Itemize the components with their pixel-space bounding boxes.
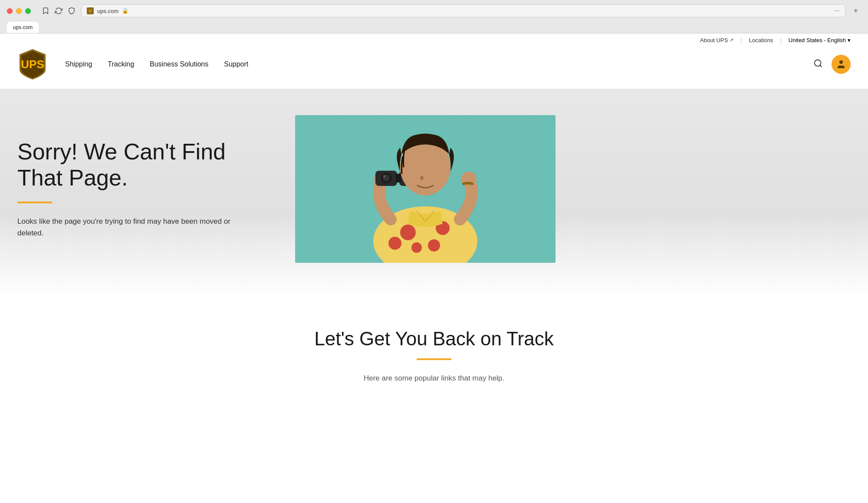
lock-icon: 🔒 (122, 8, 128, 14)
hero-text: Sorry! We Can't Find That Page. Looks li… (17, 139, 269, 239)
about-ups-link[interactable]: About UPS ↗ (700, 37, 733, 43)
svg-text:UPS: UPS (21, 58, 44, 71)
traffic-light-close[interactable] (7, 8, 13, 14)
more-options-icon[interactable]: ··· (834, 7, 840, 15)
bottom-divider (417, 358, 451, 360)
refresh-icon[interactable] (54, 7, 63, 15)
svg-point-6 (400, 225, 416, 240)
url-text: ups.com (97, 8, 118, 14)
nav-links: Shipping Tracking Business Solutions Sup… (65, 60, 796, 68)
site-favicon: U (87, 7, 94, 14)
traffic-light-maximize[interactable] (25, 8, 31, 14)
hero-section: Sorry! We Can't Find That Page. Looks li… (0, 89, 868, 298)
search-button[interactable] (813, 59, 823, 70)
svg-point-9 (411, 242, 422, 253)
language-selector[interactable]: United States - English ▾ (789, 37, 851, 43)
active-tab[interactable]: ups.com (7, 22, 39, 33)
shield-icon[interactable] (67, 7, 76, 15)
ups-logo[interactable]: UPS (17, 47, 48, 82)
svg-point-10 (388, 237, 401, 250)
traffic-light-minimize[interactable] (16, 8, 22, 14)
about-ups-label: About UPS (700, 37, 728, 43)
svg-point-1 (815, 60, 821, 66)
svg-point-3 (839, 60, 843, 64)
new-tab-button[interactable]: + (851, 6, 861, 16)
separator-2: | (780, 37, 781, 43)
svg-line-2 (820, 65, 822, 67)
separator-1: | (740, 37, 742, 43)
svg-point-23 (420, 176, 424, 180)
nav-actions (813, 55, 851, 74)
utility-bar: About UPS ↗ | Locations | United States … (0, 33, 868, 47)
user-avatar[interactable] (832, 55, 851, 74)
chevron-down-icon: ▾ (848, 37, 851, 43)
nav-shipping[interactable]: Shipping (65, 60, 92, 68)
svg-point-20 (383, 175, 386, 178)
hero-divider (17, 202, 52, 203)
svg-rect-15 (396, 174, 401, 182)
hero-image (295, 115, 556, 263)
website-content: About UPS ↗ | Locations | United States … (0, 33, 868, 468)
nav-business-solutions[interactable]: Business Solutions (150, 60, 208, 68)
hero-title: Sorry! We Can't Find That Page. (17, 139, 269, 191)
nav-support[interactable]: Support (224, 60, 248, 68)
svg-point-7 (428, 239, 440, 252)
nav-tracking[interactable]: Tracking (108, 60, 134, 68)
language-label: United States - English (789, 37, 846, 43)
address-bar[interactable]: U ups.com 🔒 ··· (81, 4, 845, 17)
hero-description: Looks like the page you're trying to fin… (17, 215, 234, 239)
locations-link[interactable]: Locations (749, 37, 773, 43)
browser-chrome: U ups.com 🔒 ··· + ups.com (0, 0, 868, 33)
bottom-title: Let's Get You Back on Track (17, 328, 851, 350)
tab-label: ups.com (13, 24, 33, 30)
bottom-description: Here are some popular links that may hel… (17, 372, 851, 384)
bookmark-icon[interactable] (41, 7, 50, 15)
main-navigation: UPS Shipping Tracking Business Solutions… (0, 47, 868, 89)
locations-label: Locations (749, 37, 773, 43)
person-illustration (295, 115, 556, 263)
external-link-icon: ↗ (730, 37, 733, 43)
bottom-section: Let's Get You Back on Track Here are som… (0, 298, 868, 410)
